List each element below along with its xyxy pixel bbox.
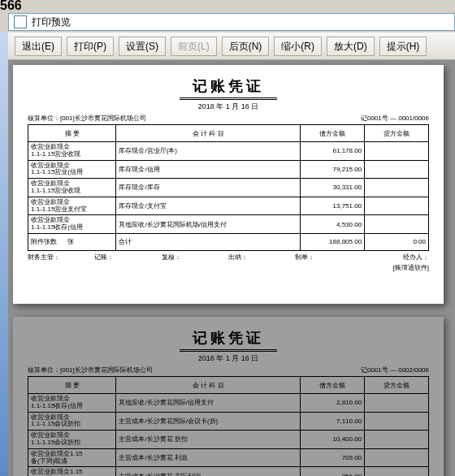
print-preview-window: 566 打印预览 退出(E) 打印(P) 设置(S) 前页(L) 后页(N) 缩… — [0, 0, 455, 476]
table-row: 收营业款现金1.1-1.15营业(信用库存现金/信用79,215.00 — [28, 160, 429, 179]
window-title: 打印预览 — [32, 15, 71, 29]
voucher-date: 2018 年 1 月 16 日 — [28, 102, 429, 112]
toolbar: 退出(E) 打印(P) 设置(S) 前页(L) 后页(N) 缩小(R) 放大(D… — [8, 32, 455, 60]
company-label: 核算单位：[001]长沙市黄花国际机场公司 — [28, 114, 146, 123]
table-row: 收营业款现金1.1-1.15收存(信用其他应收/长沙黄花国际机场/信用支付4,5… — [28, 215, 429, 234]
col-debit: 借方金额 — [301, 125, 365, 142]
col-summary: 摘 要 — [28, 125, 116, 142]
prev-page-button: 前页(L) — [171, 37, 217, 56]
total-credit: 0.00 — [365, 233, 429, 250]
setup-button[interactable]: 设置(S) — [119, 37, 166, 56]
voucher-title: 记账凭证 — [28, 328, 429, 352]
total-debit: 188,805.00 — [301, 233, 365, 250]
software-stamp: [账簿通软件] — [28, 263, 429, 272]
zoom-out-button[interactable]: 缩小(R) — [274, 37, 322, 56]
col-debit: 借方金额 — [301, 377, 365, 394]
voucher-page-1: 记账凭证2018 年 1 月 16 日核算单位：[001]长沙市黄花国际机场公司… — [13, 65, 444, 304]
voucher-date: 2018 年 1 月 16 日 — [28, 353, 429, 364]
voucher-page-2: 记账凭证2018 年 1 月 16 日核算单位：[001]长沙市黄花国际际机场公… — [13, 317, 444, 476]
exit-button[interactable]: 退出(E) — [15, 37, 62, 56]
next-page-button[interactable]: 后页(N) — [222, 37, 270, 56]
left-ruler — [0, 32, 8, 476]
voucher-table: 摘 要会 计 科 目借方金额贷方金额收营业款现金1.1-1.15营业收现库存现金… — [28, 124, 429, 251]
table-row: 收营业款现金1.15备(下同)取涤主营成本/长沙黄花 利息709.00 — [28, 448, 429, 467]
table-row: 收营业款现金1.1-1.15会议折扣主营成本/长沙黄花 折扣10,400.00 — [28, 431, 429, 449]
col-account: 会 计 科 目 — [116, 377, 301, 394]
table-row: 收营业款现金1.15备(下同)主营成本/长沙黄花 实际利润256.00 — [28, 467, 429, 476]
titlebar: 打印预览 — [8, 13, 455, 31]
col-summary: 摘 要 — [28, 377, 116, 394]
voucher-footer: 财务主管：记账：复核：出纳：制单：经办人： — [28, 253, 429, 262]
table-row: 收营业款现金1.1-1.15会议折扣主营成本/长沙黄花国际/会议卡(折)7,11… — [28, 412, 429, 431]
zoom-in-button[interactable]: 放大(D) — [327, 37, 375, 56]
company-label: 核算单位：[001]长沙市黄花国际际机场公司 — [28, 366, 153, 374]
print-preview-icon — [14, 15, 27, 28]
hint-button[interactable]: 提示(H) — [379, 37, 427, 56]
voucher-no: 记0001号 — 0002/0006 — [361, 366, 429, 374]
table-row: 收营业款现金1.1-1.15营业支付宝库存现金/支付宝13,751.00 — [28, 197, 429, 215]
col-account: 会 计 科 目 — [116, 125, 301, 142]
table-row: 收营业款现金1.1-1.15营业收现库存现金/营业厅(本)61,178.00 — [28, 142, 429, 161]
table-row: 收营业款现金1.1-1.15收存(信用其他应收/长沙黄花国际/信用支付2,810… — [28, 394, 429, 413]
table-row: 收营业款现金1.1-1.15营业收现库存现金/库存30,331.00 — [28, 179, 429, 197]
outer-page-number: 566 — [0, 0, 22, 13]
preview-canvas[interactable]: 记账凭证2018 年 1 月 16 日核算单位：[001]长沙市黄花国际机场公司… — [8, 60, 455, 476]
col-credit: 贷方金额 — [365, 377, 429, 394]
print-button[interactable]: 打印(P) — [67, 37, 114, 56]
voucher-no: 记0001号 — 0001/0006 — [361, 114, 429, 123]
voucher-table: 摘 要会 计 科 目借方金额贷方金额收营业款现金1.1-1.15收存(信用其他应… — [28, 376, 429, 476]
col-credit: 贷方金额 — [365, 125, 429, 142]
voucher-title: 记账凭证 — [28, 76, 429, 100]
